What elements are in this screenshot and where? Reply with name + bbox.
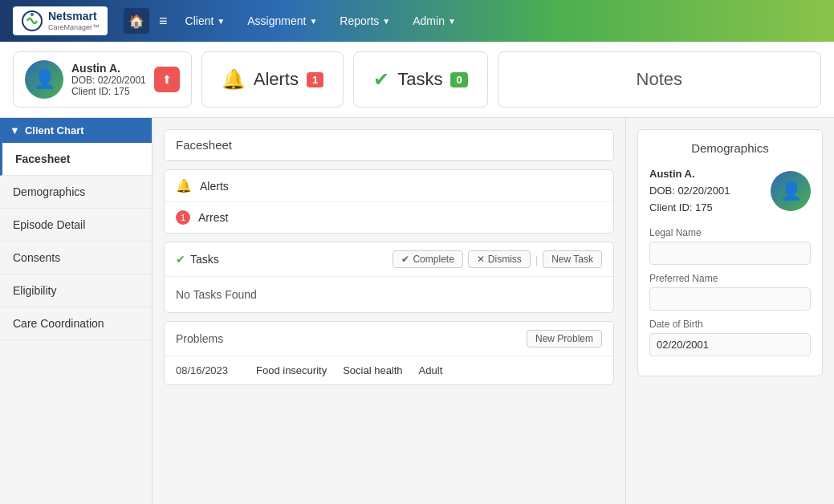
dob-field-label: Date of Birth [649,319,811,330]
reports-arrow-icon: ▼ [382,17,390,26]
new-problem-button[interactable]: New Problem [527,330,602,348]
dob-input[interactable] [649,333,811,356]
problem-level: Adult [419,364,443,376]
tasks-check-icon: ✔ [176,253,185,266]
alerts-panel: 🔔 Alerts 1 Arrest [164,169,614,234]
sidebar-item-facesheet[interactable]: Facesheet [0,143,152,176]
new-task-button[interactable]: New Task [543,250,602,268]
client-dob: DOB: 02/20/2001 [71,75,146,86]
center-panel: Facesheet 🔔 Alerts 1 Arrest ✔ Tasks [153,118,625,504]
client-name: Austin A. [71,62,146,75]
complete-check-icon: ✔ [401,254,409,265]
problems-title: Problems [176,332,223,345]
dismiss-x-icon: ✕ [477,254,485,265]
logo-area: Netsmart CareManager™ [13,6,108,35]
tasks-header: ✔ Tasks ✔ Complete ✕ Dismiss | New Task [165,242,613,277]
notes-label: Notes [637,69,682,90]
alerts-row[interactable]: 🔔 Alerts [165,170,613,202]
tasks-label: Tasks [397,69,442,90]
no-tasks-message: No Tasks Found [165,277,613,312]
client-arrow-icon: ▼ [217,17,225,26]
sidebar-item-episode-detail[interactable]: Episode Detail [0,209,152,242]
logo-text-block: Netsmart CareManager™ [48,10,100,30]
sidebar-item-eligibility[interactable]: Eligibility [0,274,152,307]
alerts-badge: 1 [307,72,323,87]
dismiss-button[interactable]: ✕ Dismiss [468,250,531,268]
preferred-name-label: Preferred Name [649,273,811,284]
nav-client[interactable]: Client ▼ [177,10,234,32]
client-id: Client ID: 175 [71,86,146,97]
nav-assignment[interactable]: Assignment ▼ [239,10,325,32]
notes-card[interactable]: Notes [498,51,821,108]
demo-avatar-icon: 👤 [780,181,802,201]
problems-panel: Problems New Problem 08/16/2023 Food ins… [164,321,614,385]
arrest-row-label: Arrest [198,211,228,224]
demo-client-info: Austin A. DOB: 02/20/2001 Client ID: 175 [649,166,730,216]
problem-date: 08/16/2023 [176,364,240,376]
facesheet-header-card: Facesheet [164,129,614,161]
avatar-icon: 👤 [34,69,55,90]
sidebar-arrow-icon: ▼ [10,124,20,136]
header-cards: 👤 Austin A. DOB: 02/20/2001 Client ID: 1… [0,42,834,118]
nav-reports[interactable]: Reports ▼ [332,10,398,32]
legal-name-input[interactable] [649,242,811,265]
problem-row[interactable]: 08/16/2023 Food insecurity Social health… [165,356,613,384]
sidebar-item-demographics[interactable]: Demographics [0,176,152,209]
tasks-panel: ✔ Tasks ✔ Complete ✕ Dismiss | New Task [164,242,614,313]
menu-button[interactable]: ≡ [156,10,171,33]
sidebar-title: Client Chart [25,124,84,136]
alerts-label: Alerts [254,69,299,90]
demographics-title: Demographics [649,141,811,155]
app-name: Netsmart [48,10,100,22]
problem-category: Social health [343,364,402,376]
assignment-arrow-icon: ▼ [309,17,317,26]
client-card: 👤 Austin A. DOB: 02/20/2001 Client ID: 1… [13,51,192,108]
top-navigation: Netsmart CareManager™ 🏠 ≡ Client ▼ Assig… [0,0,834,42]
bell-icon: 🔔 [222,68,246,91]
separator: | [535,254,538,266]
demo-client-name: Austin A. [649,166,730,183]
client-info: Austin A. DOB: 02/20/2001 Client ID: 175 [71,62,146,97]
sidebar-item-care-coordination[interactable]: Care Coordination [0,307,152,340]
sidebar-item-consents[interactable]: Consents [0,242,152,274]
home-button[interactable]: 🏠 [124,8,149,34]
problems-header: Problems New Problem [165,322,613,356]
right-panel: Demographics Austin A. DOB: 02/20/2001 C… [625,118,834,504]
check-icon: ✔ [373,68,389,91]
alerts-card[interactable]: 🔔 Alerts 1 [201,51,344,108]
demo-avatar: 👤 [771,171,811,211]
facesheet-title: Facesheet [165,130,613,161]
tasks-section-label: Tasks [190,253,219,266]
complete-button[interactable]: ✔ Complete [393,250,462,268]
tasks-title: ✔ Tasks [176,253,219,266]
tasks-badge: 0 [450,72,467,87]
preferred-name-input[interactable] [649,287,811,311]
upload-button[interactable]: ⬆ [154,67,180,92]
demographics-card: Demographics Austin A. DOB: 02/20/2001 C… [637,129,823,376]
app-sub: CareManager™ [48,23,100,31]
demo-client-dob: DOB: 02/20/2001 [649,183,730,200]
legal-name-label: Legal Name [649,227,811,238]
tasks-actions: ✔ Complete ✕ Dismiss | New Task [393,250,602,268]
problem-type: Food insecurity [256,364,327,376]
svg-point-1 [31,13,34,16]
arrest-badge-icon: 1 [176,210,190,225]
admin-arrow-icon: ▼ [448,17,456,26]
alerts-row-label: Alerts [200,180,229,193]
alerts-row-bell-icon: 🔔 [176,178,192,193]
sidebar: ▼ Client Chart Facesheet Demographics Ep… [0,118,153,504]
demographics-client-row: Austin A. DOB: 02/20/2001 Client ID: 175… [649,166,811,216]
main-content: ▼ Client Chart Facesheet Demographics Ep… [0,118,834,504]
sidebar-header: ▼ Client Chart [0,118,152,143]
arrest-row[interactable]: 1 Arrest [165,202,613,233]
tasks-card[interactable]: ✔ Tasks 0 [353,51,487,108]
demo-client-id: Client ID: 175 [649,200,730,217]
nav-admin[interactable]: Admin ▼ [405,10,464,32]
client-avatar: 👤 [25,60,63,99]
netsmart-logo-icon [21,10,43,32]
